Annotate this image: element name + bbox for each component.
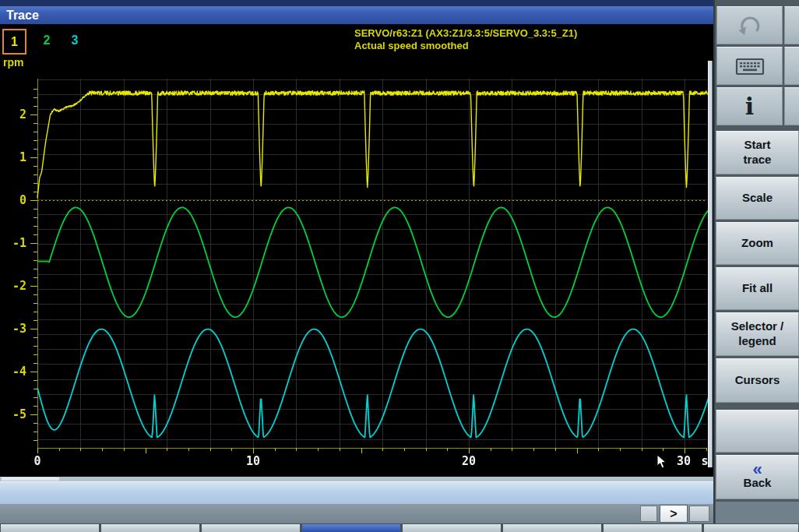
menu-expand-button[interactable]: > — [660, 505, 688, 523]
x-tick-label: 10 — [241, 454, 265, 468]
softkey-start-trace[interactable]: Start trace — [716, 131, 799, 174]
bottom-softkey[interactable] — [1, 524, 99, 532]
bottom-softkey-active[interactable] — [302, 524, 400, 532]
x-tick-label: 0 — [31, 454, 44, 468]
bottom-softkey[interactable] — [604, 524, 702, 532]
info-button[interactable]: i — [716, 87, 783, 125]
channel-1-selector[interactable]: 1 — [2, 29, 26, 55]
signal-id-text: SERVO/r63:Z1 (AX3:Z1/3.3:5/SERVO_3.3:5_Z… — [354, 27, 577, 39]
redo-button[interactable] — [784, 6, 799, 44]
y-tick-label: 1 — [3, 150, 26, 164]
virtual-keyboard-button[interactable] — [716, 47, 783, 85]
bottom-softkey[interactable] — [704, 524, 798, 532]
window-title: Trace — [0, 6, 713, 24]
unit-label: rpm — [3, 56, 23, 69]
x-tick-label: 20 — [457, 454, 480, 468]
vertical-scrollbar[interactable] — [708, 61, 713, 467]
channel-3-selector[interactable]: 3 — [65, 29, 84, 55]
info-icon: i — [745, 95, 754, 118]
softkey-selector-legend[interactable]: Selector / legend — [716, 312, 799, 356]
y-tick-label: 0 — [3, 193, 26, 207]
y-tick-label: -4 — [3, 365, 26, 379]
y-tick-label: 2 — [3, 107, 26, 122]
softkey-zoom[interactable]: Zoom — [716, 222, 799, 265]
softkey-fit-all[interactable]: Fit all — [716, 267, 799, 310]
y-tick-label: -3 — [3, 322, 26, 336]
keyboard-button[interactable] — [784, 47, 799, 85]
bottom-softkey[interactable] — [101, 524, 199, 532]
y-tick-label: -1 — [3, 236, 26, 250]
softkey-cursors[interactable]: Cursors — [716, 358, 799, 403]
bottom-softkey[interactable] — [403, 524, 501, 532]
undo-icon — [734, 10, 766, 41]
trace-screen: Trace 1 2 3 rpm SERVO/r63:Z1 (AX3:Z1/3.3… — [0, 0, 799, 532]
bottom-softkey[interactable] — [503, 524, 601, 532]
lower-toolbar: > — [0, 504, 713, 523]
right-sidebar: i Start trace Scale Zoom Fit all Selecto… — [713, 0, 799, 523]
sidebar-filler — [716, 502, 799, 523]
x-tick-label: 30 — [672, 454, 695, 468]
softkey-scale[interactable]: Scale — [716, 177, 799, 220]
bottom-softkey[interactable] — [202, 524, 300, 532]
channel-2-selector[interactable]: 2 — [37, 29, 56, 55]
status-panel — [0, 481, 713, 504]
mouse-cursor-icon — [656, 455, 667, 469]
trace-chart-panel: 1 2 3 rpm SERVO/r63:Z1 (AX3:Z1/3.3:5/SER… — [0, 24, 713, 477]
toolbar-spacer-left — [640, 506, 657, 522]
toolbar-spacer-right — [689, 506, 709, 522]
signal-name-text: Actual speed smoothed — [354, 40, 469, 51]
horizontal-scrollbar-thumb[interactable] — [2, 477, 59, 481]
virtual-keyboard-icon — [733, 51, 767, 82]
trace-plot-canvas[interactable] — [0, 24, 713, 477]
top-strip — [0, 0, 799, 6]
softkey-empty[interactable] — [716, 410, 799, 453]
y-tick-label: -5 — [3, 407, 26, 421]
softkey-back[interactable]: « Back — [716, 455, 799, 499]
screenshot-button[interactable] — [784, 87, 799, 125]
bottom-softkey-row — [0, 523, 799, 532]
y-tick-label: -2 — [3, 279, 26, 293]
back-chevrons-icon: « — [752, 463, 762, 476]
undo-button[interactable] — [716, 6, 783, 44]
